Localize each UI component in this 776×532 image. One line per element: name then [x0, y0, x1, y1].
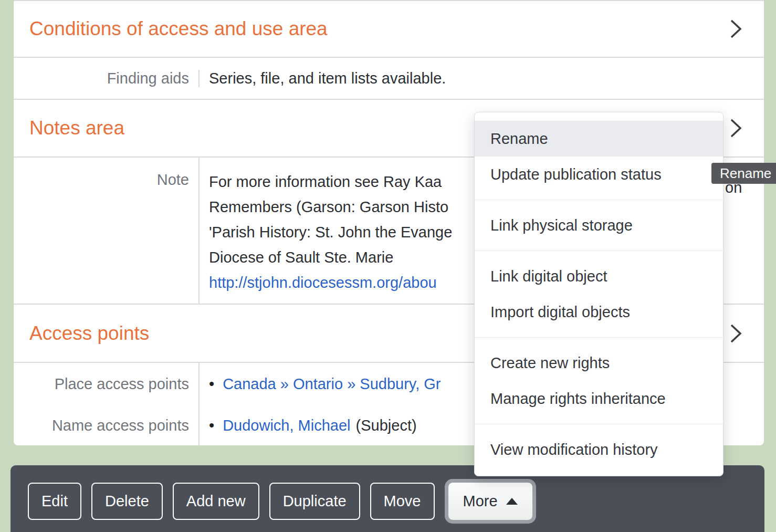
finding-aids-value: Series, file, and item lists available. [200, 70, 764, 87]
menu-item-update-publication-status[interactable]: Update publication status [475, 157, 723, 192]
name-access-points-label: Name access points [14, 405, 198, 446]
chevron-right-icon[interactable] [729, 323, 743, 344]
delete-button[interactable]: Delete [91, 483, 163, 520]
duplicate-button[interactable]: Duplicate [269, 483, 360, 520]
menu-divider [475, 424, 723, 424]
more-button[interactable]: More [448, 483, 532, 520]
more-dropdown-menu: Rename Update publication status Link ph… [474, 112, 723, 476]
section-conditions-of-access[interactable]: Conditions of access and use area [14, 1, 764, 58]
finding-aids-row: Finding aids Series, file, and item list… [14, 58, 764, 100]
menu-item-create-new-rights[interactable]: Create new rights [475, 345, 723, 381]
menu-item-view-modification-history[interactable]: View modification history [475, 432, 723, 467]
edit-button[interactable]: Edit [28, 483, 81, 520]
menu-item-import-digital-objects[interactable]: Import digital objects [475, 294, 723, 330]
chevron-right-icon[interactable] [729, 18, 743, 39]
menu-divider [475, 200, 723, 200]
bullet-icon: • [209, 417, 214, 434]
section-title-notes: Notes area [29, 117, 124, 139]
menu-item-link-digital-object[interactable]: Link digital object [475, 258, 723, 294]
rename-tooltip: Rename [711, 163, 776, 184]
note-label: Note [14, 158, 200, 304]
menu-divider [475, 251, 723, 251]
access-points-label-column: Place access points Name access points [14, 363, 200, 446]
name-access-point-link[interactable]: Dudowich, Michael [223, 417, 350, 434]
more-button-label: More [463, 493, 498, 510]
place-access-point-link[interactable]: Canada » Ontario » Sudbury, Gr [223, 375, 441, 393]
section-title-access-points: Access points [29, 322, 149, 345]
section-title-conditions: Conditions of access and use area [29, 18, 328, 40]
finding-aids-label: Finding aids [14, 70, 200, 87]
menu-divider [475, 337, 723, 338]
archival-description-page: Conditions of access and use area Findin… [0, 0, 776, 532]
bullet-icon: • [209, 375, 214, 393]
chevron-right-icon[interactable] [729, 118, 743, 139]
move-button[interactable]: Move [370, 483, 435, 520]
place-access-points-label: Place access points [14, 363, 198, 405]
menu-item-rename[interactable]: Rename [475, 121, 723, 157]
name-access-point-role: (Subject) [356, 417, 417, 434]
add-new-button[interactable]: Add new [173, 483, 259, 520]
note-url-link[interactable]: http://stjohn.diocesessm.org/abou [209, 274, 437, 291]
caret-up-icon [506, 498, 518, 505]
menu-item-manage-rights-inheritance[interactable]: Manage rights inheritance [475, 381, 723, 416]
menu-item-link-physical-storage[interactable]: Link physical storage [475, 207, 723, 243]
